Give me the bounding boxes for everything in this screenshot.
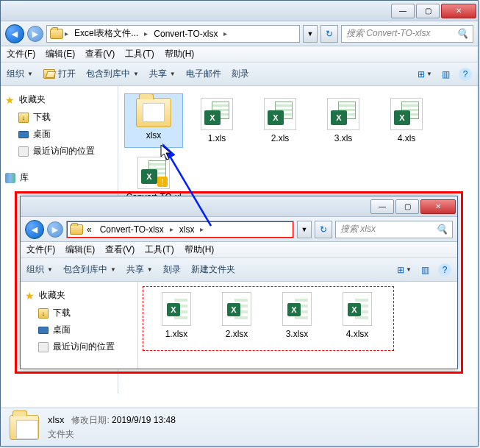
excel-xls-icon: X <box>264 98 296 130</box>
menu-bar: 文件(F) 编辑(E) 查看(V) 工具(T) 帮助(H) <box>1 46 478 63</box>
nav-forward-button[interactable]: ► <box>27 26 43 42</box>
breadcrumb[interactable]: ▸ Excel表格文件... ▸ Convert-TO-xlsx ▸ <box>46 25 300 43</box>
status-type: 文件夹 <box>48 428 176 441</box>
file-label: 4.xls <box>398 133 416 143</box>
status-bar: xlsx 修改日期: 2019/9/19 13:48 文件夹 <box>1 408 478 446</box>
maximize-button[interactable]: ▢ <box>395 199 419 214</box>
desktop-icon <box>38 327 49 334</box>
toolbar-organize[interactable]: 组织▼ <box>7 68 33 80</box>
recent-icon <box>18 146 29 157</box>
search-input[interactable]: 搜索 xlsx 🔍 <box>335 221 453 238</box>
nav-forward-button[interactable]: ► <box>47 221 63 238</box>
chevron-right-icon: ▸ <box>144 29 148 38</box>
toolbar-organize[interactable]: 组织▼ <box>26 263 53 276</box>
toolbar-email[interactable]: 电子邮件 <box>186 68 221 80</box>
toolbar-include[interactable]: 包含到库中▼ <box>86 68 139 80</box>
menu-file[interactable]: 文件(F) <box>26 243 55 256</box>
breadcrumb[interactable]: « Convert-TO-xlsx ▸ xlsx ▸ <box>66 221 294 238</box>
menu-bar: 文件(F) 编辑(E) 查看(V) 工具(T) 帮助(H) <box>21 242 457 258</box>
search-input[interactable]: 搜索 Convert-TO-xlsx 🔍 <box>341 25 473 43</box>
help-icon[interactable]: ? <box>459 68 472 81</box>
file-label: xlsx <box>146 130 162 141</box>
toolbar-new-folder[interactable]: 新建文件夹 <box>191 263 235 276</box>
close-button[interactable]: ✕ <box>441 4 476 18</box>
breadcrumb-segment[interactable]: Convert-TO-xlsx <box>96 223 168 236</box>
file-item-xls[interactable]: X 2.xls <box>251 93 309 148</box>
file-list: 1.xlsx 2.xlsx 3.xlsx 4.xlsx <box>138 282 457 369</box>
nav-back-button[interactable]: ◄ <box>5 24 24 43</box>
toolbar-open[interactable]: 打开 <box>43 68 76 80</box>
library-icon <box>5 173 15 183</box>
toolbar-include[interactable]: 包含到库中▼ <box>63 263 116 276</box>
menu-view[interactable]: 查看(V) <box>85 48 115 60</box>
close-button[interactable]: ✕ <box>420 199 456 214</box>
address-dropdown-button[interactable]: ▼ <box>297 221 312 238</box>
breadcrumb-segment[interactable]: Convert-TO-xlsx <box>149 27 222 40</box>
menu-tools[interactable]: 工具(T) <box>125 48 154 60</box>
file-item-xls[interactable]: X 3.xls <box>314 93 373 148</box>
search-icon: 🔍 <box>436 224 448 235</box>
toolbar-share[interactable]: 共享▼ <box>149 68 176 80</box>
toolbar-burn[interactable]: 刻录 <box>163 263 181 276</box>
menu-tools[interactable]: 工具(T) <box>145 243 173 256</box>
star-icon: ★ <box>25 290 35 302</box>
excel-xlsm-icon: X! <box>137 157 170 189</box>
excel-xls-icon: X <box>201 98 233 130</box>
star-icon: ★ <box>5 94 15 106</box>
search-icon: 🔍 <box>456 28 468 39</box>
status-date: 2019/9/19 13:48 <box>112 415 176 425</box>
menu-help[interactable]: 帮助(H) <box>165 48 195 60</box>
sidebar-library-header[interactable]: 库 <box>4 168 115 187</box>
search-placeholder: 搜索 Convert-TO-xlsx <box>346 27 430 40</box>
menu-view[interactable]: 查看(V) <box>105 243 135 256</box>
help-icon[interactable]: ? <box>438 263 451 277</box>
chevron-right-icon: ▸ <box>200 225 204 233</box>
status-name: xlsx <box>48 414 64 425</box>
sidebar-favorites-header[interactable]: ★收藏夹 <box>24 286 135 305</box>
file-label: 3.xls <box>334 133 353 143</box>
maximize-button[interactable]: ▢ <box>416 4 440 18</box>
desktop-icon <box>18 131 29 138</box>
minimize-button[interactable]: — <box>391 4 415 18</box>
view-options-icon[interactable]: ⊞▼ <box>397 263 412 277</box>
menu-file[interactable]: 文件(F) <box>7 48 35 60</box>
sidebar-item-downloads[interactable]: ↓下载 <box>24 305 135 321</box>
preview-pane-icon[interactable]: ▥ <box>418 263 432 277</box>
folder-icon <box>70 224 83 235</box>
sidebar-item-downloads[interactable]: ↓下载 <box>4 109 115 126</box>
toolbar: 组织▼ 包含到库中▼ 共享▼ 刻录 新建文件夹 ⊞▼ ▥ ? <box>21 258 457 282</box>
address-bar: ◄ ► « Convert-TO-xlsx ▸ xlsx ▸ ▼ ↻ 搜索 xl… <box>21 217 457 242</box>
open-folder-icon <box>43 69 55 79</box>
nav-back-button[interactable]: ◄ <box>25 220 44 239</box>
menu-help[interactable]: 帮助(H) <box>185 243 215 256</box>
menu-edit[interactable]: 编辑(E) <box>65 243 95 256</box>
download-icon: ↓ <box>38 308 49 319</box>
download-icon: ↓ <box>18 113 29 123</box>
excel-xls-icon: X <box>327 98 359 130</box>
preview-pane-icon[interactable]: ▥ <box>438 67 453 82</box>
menu-edit[interactable]: 编辑(E) <box>46 48 75 60</box>
file-item-xls[interactable]: X 1.xls <box>187 93 246 148</box>
minimize-button[interactable]: — <box>370 199 394 214</box>
explorer-inner-window: — ▢ ✕ ◄ ► « Convert-TO-xlsx ▸ xlsx ▸ ▼ ↻… <box>20 196 458 369</box>
toolbar-share[interactable]: 共享▼ <box>126 263 153 276</box>
excel-xlsx-icon <box>282 292 312 326</box>
chevron-right-icon: ▸ <box>170 225 173 233</box>
toolbar-burn[interactable]: 刻录 <box>232 68 249 80</box>
sidebar-item-recent[interactable]: 最近访问的位置 <box>4 143 115 160</box>
refresh-button[interactable]: ↻ <box>320 25 338 43</box>
chevron-right-icon: ▸ <box>65 29 68 38</box>
refresh-button[interactable]: ↻ <box>315 221 332 238</box>
view-options-icon[interactable]: ⊞▼ <box>418 67 432 82</box>
excel-xlsx-icon <box>222 292 251 326</box>
breadcrumb-segment[interactable]: Excel表格文件... <box>70 26 143 41</box>
breadcrumb-segment[interactable]: xlsx <box>175 223 199 236</box>
file-item-folder[interactable]: xlsx <box>124 93 183 148</box>
sidebar-item-desktop[interactable]: 桌面 <box>4 126 115 143</box>
folder-icon <box>10 415 39 440</box>
sidebar-item-desktop[interactable]: 桌面 <box>24 321 135 338</box>
file-item-xls[interactable]: X 4.xls <box>377 93 436 148</box>
sidebar-favorites-header[interactable]: ★收藏夹 <box>4 90 115 109</box>
sidebar-item-recent[interactable]: 最近访问的位置 <box>24 338 135 355</box>
address-dropdown-button[interactable]: ▼ <box>303 25 318 43</box>
